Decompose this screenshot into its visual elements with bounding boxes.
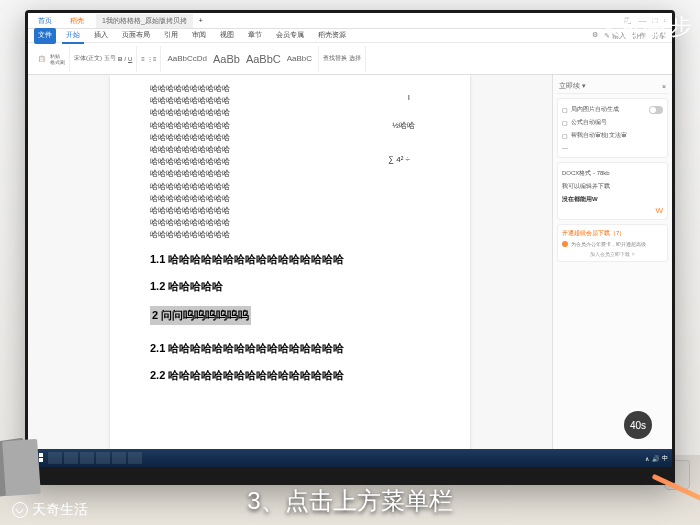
brand-icon bbox=[12, 502, 28, 518]
windows-taskbar: ∧🔊中 bbox=[28, 449, 672, 467]
menu-insert[interactable]: 插入 bbox=[90, 28, 112, 44]
para: 哈哈哈哈哈哈哈哈哈哈 bbox=[150, 229, 430, 240]
warn-text: 为会员办公年费卡，即开通超高级 bbox=[571, 241, 646, 247]
sidebar-tools-card: ▢局内图片自动生成 ▢公式自动编号 ▢帮我自动审校|文法审 ⋯ bbox=[557, 98, 668, 158]
menu-res[interactable]: 稻壳资源 bbox=[314, 28, 350, 44]
join-vip-link[interactable]: 加入会员立即下载 > bbox=[562, 251, 663, 257]
warn-dot-icon bbox=[562, 241, 568, 247]
select-menu[interactable]: 选择 bbox=[349, 54, 361, 63]
sidebar-download-card: 开通超级会员下载（7） 为会员办公年费卡，即开通超高级 加入会员立即下载 > bbox=[557, 224, 668, 262]
style-h2[interactable]: AaBbC bbox=[244, 51, 283, 67]
underline-button[interactable]: U bbox=[128, 56, 132, 62]
video-caption: 3、点击上方菜单栏 bbox=[247, 485, 452, 517]
para: 哈哈哈哈哈哈哈哈哈哈 bbox=[150, 120, 430, 131]
para: 哈哈哈哈哈哈哈哈哈哈 bbox=[150, 83, 430, 94]
taskbar-app[interactable] bbox=[96, 452, 110, 464]
tab-daoker[interactable]: 稻壳 bbox=[64, 14, 90, 28]
watermark: 天奇·视步 bbox=[598, 12, 692, 42]
para: 哈哈哈哈哈哈哈哈哈哈 bbox=[150, 217, 430, 228]
bold-button[interactable]: B bbox=[118, 56, 122, 62]
paste-button[interactable]: 📋 bbox=[34, 52, 48, 66]
file-name: 没在都能用W bbox=[562, 193, 663, 206]
taskbar-app[interactable] bbox=[112, 452, 126, 464]
system-tray[interactable]: ∧🔊中 bbox=[645, 454, 668, 463]
para: 哈哈哈哈哈哈哈哈哈哈 bbox=[150, 181, 430, 192]
ribbon: 📋 粘贴 格式刷 宋体(正文) 五号 B I U ≡ ⋮≡ AaBbCcDd A… bbox=[28, 43, 672, 75]
font-family-select[interactable]: 宋体(正文) bbox=[74, 54, 102, 63]
sidebar-tool[interactable]: ▢局内图片自动生成 bbox=[562, 103, 663, 116]
page: 哈哈哈哈哈哈哈哈哈哈 哈哈哈哈哈哈哈哈哈哈 哈哈哈哈哈哈哈哈哈哈 哈哈哈哈哈哈哈… bbox=[110, 75, 470, 453]
taskbar-app[interactable] bbox=[48, 452, 62, 464]
font-size-select[interactable]: 五号 bbox=[104, 54, 116, 63]
para: 哈哈哈哈哈哈哈哈哈哈 bbox=[150, 205, 430, 216]
italic-button[interactable]: I bbox=[124, 56, 126, 62]
para: 哈哈哈哈哈哈哈哈哈哈 bbox=[150, 168, 430, 179]
menu-view[interactable]: 视图 bbox=[216, 28, 238, 44]
para: 哈哈哈哈哈哈哈哈哈哈 bbox=[150, 95, 430, 106]
screen: 首页 稻壳 1我的格格格_原始版拷贝拷 + ◰ — □ × 文件 开始 插入 页… bbox=[28, 13, 672, 467]
menu-ref[interactable]: 引用 bbox=[160, 28, 182, 44]
svg-rect-3 bbox=[39, 458, 43, 462]
heading-1-1: 1.1 哈哈哈哈哈哈哈哈哈哈哈哈哈哈哈哈 bbox=[150, 252, 430, 267]
bullet-list-icon[interactable]: ≡ bbox=[141, 56, 145, 62]
cursor: I bbox=[408, 93, 410, 102]
sidebar: 立即续 ▾ × ▢局内图片自动生成 ▢公式自动编号 ▢帮我自动审校|文法审 ⋯ … bbox=[552, 75, 672, 453]
menu-layout[interactable]: 页面布局 bbox=[118, 28, 154, 44]
para: 哈哈哈哈哈哈哈哈哈哈 bbox=[150, 107, 430, 118]
heading-1-2: 1.2 哈哈哈哈哈 bbox=[150, 279, 430, 294]
taskbar-app[interactable] bbox=[64, 452, 78, 464]
heading-2-selected[interactable]: 2 问问呜呜呜呜呜呜 bbox=[150, 306, 251, 325]
file-format: DOCX格式 - 78kb bbox=[562, 167, 663, 180]
brand-logo: 天奇生活 bbox=[12, 501, 88, 519]
download-link[interactable]: 开通超级会员下载（7） bbox=[562, 229, 663, 238]
para: 哈哈哈哈哈哈哈哈哈哈 bbox=[150, 132, 430, 143]
menu-vip[interactable]: 会员专属 bbox=[272, 28, 308, 44]
sidebar-file-card: DOCX格式 - 78kb 我可以编辑并下载 没在都能用W W bbox=[557, 162, 668, 220]
tab-document[interactable]: 1我的格格格_原始版拷贝拷 bbox=[96, 14, 193, 28]
menu-section[interactable]: 章节 bbox=[244, 28, 266, 44]
para: 哈哈哈哈哈哈哈哈哈哈 bbox=[150, 193, 430, 204]
monitor-frame: 首页 稻壳 1我的格格格_原始版拷贝拷 + ◰ — □ × 文件 开始 插入 页… bbox=[25, 10, 675, 485]
menu-start[interactable]: 开始 bbox=[62, 28, 84, 44]
timer-badge: 40s bbox=[624, 411, 652, 439]
file-edit-hint: 我可以编辑并下载 bbox=[562, 180, 663, 193]
style-h1[interactable]: AaBb bbox=[211, 51, 242, 67]
toggle[interactable] bbox=[649, 106, 663, 114]
find-replace[interactable]: 查找替换 bbox=[323, 54, 347, 63]
tab-add[interactable]: + bbox=[199, 17, 203, 24]
svg-rect-1 bbox=[39, 453, 43, 457]
para: 哈哈哈哈哈哈哈哈哈哈 bbox=[150, 144, 430, 155]
sidebar-more[interactable]: ⋯ bbox=[562, 142, 663, 153]
sidebar-close-icon[interactable]: × bbox=[662, 83, 666, 90]
menu-review[interactable]: 审阅 bbox=[188, 28, 210, 44]
style-h3[interactable]: AaBbC bbox=[285, 52, 314, 65]
heading-2-1: 2.1 哈哈哈哈哈哈哈哈哈哈哈哈哈哈哈哈 bbox=[150, 341, 430, 356]
sidebar-tool[interactable]: ▢公式自动编号 bbox=[562, 116, 663, 129]
taskbar-app[interactable] bbox=[80, 452, 94, 464]
number-list-icon[interactable]: ⋮≡ bbox=[147, 55, 157, 62]
menu-file[interactable]: 文件 bbox=[34, 28, 56, 44]
format-painter[interactable]: 格式刷 bbox=[50, 59, 65, 65]
tab-home[interactable]: 首页 bbox=[32, 14, 58, 28]
document-area[interactable]: 哈哈哈哈哈哈哈哈哈哈 哈哈哈哈哈哈哈哈哈哈 哈哈哈哈哈哈哈哈哈哈 哈哈哈哈哈哈哈… bbox=[28, 75, 552, 453]
sidebar-tool[interactable]: ▢帮我自动审校|文法审 bbox=[562, 129, 663, 142]
sidebar-title[interactable]: 立即续 ▾ bbox=[559, 81, 586, 91]
formula: ∑ 4² ÷ bbox=[388, 155, 410, 164]
taskbar-app[interactable] bbox=[128, 452, 142, 464]
formula: ½哈哈 bbox=[392, 120, 415, 131]
menu-bar: 文件 开始 插入 页面布局 引用 审阅 视图 章节 会员专属 稻壳资源 ⚙ ✎ … bbox=[28, 29, 672, 43]
style-normal[interactable]: AaBbCcDd bbox=[165, 52, 209, 65]
heading-2-2: 2.2 哈哈哈哈哈哈哈哈哈哈哈哈哈哈哈哈 bbox=[150, 368, 430, 383]
